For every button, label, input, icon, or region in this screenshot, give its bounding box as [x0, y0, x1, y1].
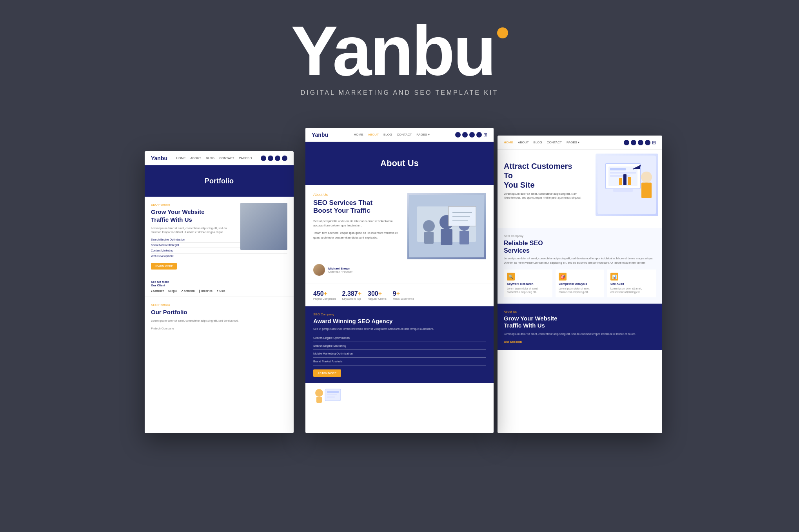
stat-projects-label: Project Completed: [313, 297, 336, 300]
services-company-label: SEO Company: [504, 234, 656, 238]
svg-rect-22: [610, 168, 626, 170]
about-team-image: [407, 193, 486, 259]
client-logo-osta: ✦ Osta: [216, 290, 225, 293]
portfolio-link-4[interactable]: Web Development: [151, 255, 287, 259]
client-logo-starksoft: ■ Starksoft: [151, 290, 164, 292]
brand-subtitle: DIGITAL MARKETING AND SEO TEMPLATE KIT: [301, 89, 498, 96]
home-hero-subtext: Lorem ipsum dolor sit amet, consectetur …: [504, 192, 582, 200]
about-social-1: [455, 132, 461, 138]
author-info: Michael Brown Chairman / Founder: [328, 267, 352, 273]
about-hero-title: About Us: [380, 158, 419, 168]
svg-rect-25: [619, 178, 622, 185]
service-line-1: Search Engine Optimization: [313, 334, 486, 342]
about-nav-links: HOME ABOUT BLOG CONTACT PAGES ▾: [354, 133, 429, 136]
our-mission-label: Our Mission: [504, 340, 656, 344]
services-title: Reliable SEOServices: [504, 239, 656, 254]
home-nav-links: HOME ABOUT BLOG CONTACT PAGES ▾: [504, 141, 579, 144]
service-line-2: Search Engine Marketing: [313, 342, 486, 350]
award-label: SEO Company: [313, 313, 486, 316]
social-icon-4: [282, 156, 287, 161]
about-hero: About Us: [305, 142, 494, 185]
team-illustration: [409, 195, 484, 257]
author-avatar: [313, 264, 325, 276]
company-label: Fintech Company: [151, 327, 287, 330]
portfolio-screenshot: Yanbu HOME ABOUT BLOG CONTACT PAGES ▾ Po…: [145, 151, 294, 433]
home-social-3: [638, 140, 643, 145]
client-logo-geeglo: Geeglo: [168, 290, 177, 292]
home-hero-text: Attract Customers ToYou Site: [504, 161, 582, 190]
award-learn-more-button[interactable]: LEARN MORE: [313, 369, 341, 377]
home-about-section: About Us Grow Your WebsiteTraffic With U…: [498, 304, 662, 350]
keyword-icon: 🔍: [507, 273, 515, 280]
about-social-3: [469, 132, 475, 138]
client-bar-title: See On MoreOur Client: [151, 280, 287, 287]
competitor-name: Competitor Analysis: [559, 282, 601, 286]
svg-rect-27: [628, 177, 631, 185]
svg-rect-20: [613, 189, 633, 192]
services-grid: 🔍 Keyword Research Lorem ipsum dolor sit…: [504, 270, 656, 297]
screenshots-container: Yanbu HOME ABOUT BLOG CONTACT PAGES ▾ Po…: [105, 120, 694, 453]
stat-years-label: Years Experience: [393, 297, 414, 300]
about-content: About Us SEO Services ThatBoost Your Tra…: [305, 185, 494, 284]
stat-keywords-label: Keyword in Top: [342, 297, 361, 300]
home-social-2: [631, 140, 636, 145]
portfolio-nav-links: HOME ABOUT BLOG CONTACT PAGES ▾: [176, 156, 252, 160]
about-navbar: Yanbu HOME ABOUT BLOG CONTACT PAGES ▾ ⊞: [305, 128, 494, 142]
home-nav-icons: ⊞: [624, 140, 656, 145]
service-line-4: Brand Market Analysis: [313, 358, 486, 366]
audit-icon: 📊: [610, 273, 618, 280]
svg-rect-16: [327, 394, 337, 395]
portfolio-nav-logo: Yanbu: [151, 155, 167, 161]
svg-rect-3: [424, 232, 434, 244]
home-grid-icon: ⊞: [652, 140, 656, 145]
portfolio-navbar: Yanbu HOME ABOUT BLOG CONTACT PAGES ▾: [145, 151, 294, 165]
keyword-name: Keyword Research: [507, 282, 549, 286]
svg-rect-17: [327, 396, 335, 398]
stat-clients-num: 300+: [368, 290, 387, 297]
home-services-section: SEO Company Reliable SEOServices Lorem i…: [498, 228, 662, 304]
svg-point-28: [641, 172, 652, 183]
svg-rect-23: [610, 172, 636, 174]
home-about-text: Lorem ipsum dolor sit amet, consectetur …: [504, 332, 656, 337]
svg-point-2: [423, 220, 435, 232]
keyword-desc: Lorem ipsum dolor sit amet, consectetur …: [507, 287, 549, 294]
svg-rect-15: [327, 391, 339, 393]
stat-clients: 300+ Regular Clients: [368, 290, 387, 300]
service-keyword: 🔍 Keyword Research Lorem ipsum dolor sit…: [504, 270, 552, 297]
portfolio-learn-more-button[interactable]: LEARN MORE: [151, 263, 177, 270]
stat-projects: 450+ Project Completed: [313, 290, 336, 300]
about-grid-icon: ⊞: [483, 132, 487, 138]
home-social-1: [624, 140, 629, 145]
brand-dot: [497, 27, 508, 38]
stat-years-num: 9+: [393, 290, 414, 297]
portfolio-person-photo: [240, 203, 287, 250]
center-bottom-area: [305, 383, 494, 407]
our-portfolio-text: Lorem ipsum dolor sit amet, consectetur …: [151, 319, 287, 323]
hero-title: Yanbu: [291, 16, 508, 86]
client-bar: See On MoreOur Client ■ Starksoft Geeglo…: [145, 276, 294, 297]
client-logo-hellopies: ‖ HelloPles: [199, 290, 212, 293]
portfolio-hero: Portfolio: [145, 165, 294, 197]
stat-years: 9+ Years Experience: [393, 290, 414, 300]
portfolio-nav-icons: [261, 156, 287, 161]
about-nav-icons: ⊞: [455, 132, 487, 138]
award-section: SEO Company Award Winning SEO Agency Sed…: [305, 306, 494, 383]
audit-desc: Lorem ipsum dolor sit amet, consectetur …: [610, 287, 653, 294]
service-competitor: 🎯 Competitor Analysis Lorem ipsum dolor …: [556, 270, 604, 297]
svg-rect-13: [316, 397, 322, 403]
social-icon-3: [275, 156, 280, 161]
svg-rect-29: [641, 183, 652, 198]
competitor-icon: 🎯: [559, 273, 567, 280]
home-about-label: About Us: [504, 310, 656, 313]
stat-keywords: 2.387+ Keyword in Top: [342, 290, 361, 300]
portfolio-content: SEO Portfolio Grow Your WebsiteTraffic W…: [145, 197, 294, 276]
client-logo-antarkan: ↗ Antarkan: [181, 290, 195, 293]
home-about-heading: Grow Your WebsiteTraffic With Us: [504, 315, 656, 329]
bottom-illustration: [313, 385, 345, 405]
author-name: Michael Brown: [328, 267, 352, 270]
home-hero-illustration: [596, 154, 658, 216]
social-icon-1: [261, 156, 266, 161]
about-social-4: [476, 132, 482, 138]
stats-row: 450+ Project Completed 2.387+ Keyword in…: [305, 284, 494, 306]
home-hero: Attract Customers ToYou Site Lorem ipsum…: [498, 150, 662, 228]
